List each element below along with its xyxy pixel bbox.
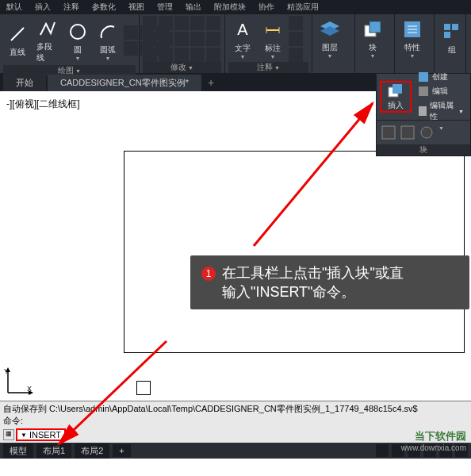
- ribbon-tab-bar: 默认 插入 注释 参数化 视图 管理 输出 附加模块 协作 精选应用: [0, 0, 471, 14]
- cmd-history-line: 自动保存到 C:\Users\admin\AppData\Local\Temp\…: [3, 403, 468, 415]
- svg-rect-13: [444, 24, 450, 30]
- model-tab[interactable]: 模型: [3, 443, 33, 459]
- edit-attrib-item[interactable]: 编辑属性▼: [415, 98, 467, 124]
- array-icon[interactable]: [174, 48, 189, 62]
- properties-tool[interactable]: 特性▼: [398, 17, 427, 60]
- edit-block-item[interactable]: 编辑: [415, 84, 467, 98]
- svg-rect-28: [401, 126, 414, 139]
- drawing-square: [136, 381, 151, 395]
- align-icon[interactable]: [206, 48, 220, 62]
- ribbon-tab[interactable]: 附加模块: [208, 0, 252, 14]
- block-dropdown-panel: 插入 创建 编辑 编辑属性▼ ▼ 块: [376, 73, 471, 156]
- modify-group-label[interactable]: 修改: [143, 62, 221, 73]
- svg-rect-15: [444, 32, 450, 38]
- instruction-callout: 1 在工具栏上点击"插入块"或直 输入"INSERT"命令。: [190, 255, 469, 309]
- chamfer-icon[interactable]: [190, 32, 205, 46]
- group-tool[interactable]: 组: [438, 19, 466, 57]
- erase-icon[interactable]: [206, 16, 220, 30]
- move-icon[interactable]: [143, 16, 157, 30]
- polyline-tool[interactable]: 多段线: [33, 16, 62, 65]
- svg-rect-8: [370, 21, 381, 33]
- leader-icon[interactable]: [289, 16, 303, 30]
- drawing-rectangle: [124, 151, 465, 353]
- cloud-icon[interactable]: [289, 48, 303, 62]
- doc-tab-file[interactable]: CADDESIGNER_CN零件图实例*: [48, 75, 201, 91]
- svg-rect-26: [419, 106, 427, 116]
- battman-icon[interactable]: [419, 125, 434, 140]
- ribbon-tab[interactable]: 注释: [57, 0, 86, 14]
- fillet-icon[interactable]: [174, 32, 189, 46]
- block-panel-label: 块: [377, 144, 470, 155]
- layout1-tab[interactable]: 布局1: [36, 443, 71, 459]
- svg-line-0: [11, 28, 24, 40]
- hatch-icon[interactable]: [124, 41, 138, 56]
- cmd-input[interactable]: ▼ INSERT: [16, 428, 66, 441]
- watermark: 当下软件园 www.downxia.com: [401, 429, 466, 452]
- create-block-item[interactable]: 创建: [415, 70, 467, 84]
- layout2-tab[interactable]: 布局2: [75, 443, 109, 459]
- arc-tool[interactable]: 圆弧▼: [94, 19, 122, 63]
- cmd-history-prompt: 命令:: [3, 415, 468, 427]
- ribbon-tab[interactable]: 视图: [122, 0, 151, 14]
- annotate-group-label[interactable]: 注释: [228, 62, 308, 73]
- ribbon: 直线 多段线 圆▼ 圆弧▼ 绘图 修改 A文字▼ 标注▼: [0, 14, 471, 74]
- callout-text-1: 在工具栏上点击"插入块"或直: [222, 263, 404, 282]
- insert-block-button[interactable]: 插入: [380, 81, 412, 113]
- svg-rect-27: [382, 126, 395, 139]
- cmd-input-text: INSERT: [29, 430, 61, 440]
- circle-tool[interactable]: 圆▼: [63, 19, 92, 63]
- svg-rect-23: [392, 84, 402, 94]
- ribbon-tab[interactable]: 参数化: [86, 0, 122, 14]
- attdef-icon[interactable]: [381, 125, 396, 140]
- ribbon-tab[interactable]: 输出: [179, 0, 208, 14]
- text-tool[interactable]: A文字▼: [228, 17, 257, 61]
- view-control-label[interactable]: -][俯视][二维线框]: [6, 98, 80, 111]
- ribbon-tab[interactable]: 协作: [252, 0, 281, 14]
- copy-icon[interactable]: [143, 32, 157, 46]
- line-tool[interactable]: 直线: [3, 21, 32, 60]
- svg-text:Y: Y: [4, 367, 9, 375]
- svg-point-29: [421, 127, 432, 138]
- attsync-icon[interactable]: [400, 125, 415, 140]
- block-tool[interactable]: 块▼: [358, 17, 387, 60]
- callout-text-2: 输入"INSERT"命令。: [222, 282, 404, 301]
- ribbon-tab[interactable]: 精选应用: [281, 0, 325, 14]
- ucs-icon: YX: [3, 366, 35, 397]
- new-tab-button[interactable]: +: [208, 76, 214, 89]
- offset-icon[interactable]: [190, 48, 205, 62]
- scale-icon[interactable]: [159, 48, 173, 62]
- svg-rect-14: [452, 24, 458, 30]
- callout-number: 1: [201, 267, 216, 281]
- rect-icon[interactable]: [124, 25, 138, 40]
- doc-tab-start[interactable]: 开始: [3, 75, 46, 91]
- dimension-tool[interactable]: 标注▼: [258, 17, 287, 61]
- annotate-more[interactable]: [289, 16, 303, 62]
- svg-point-1: [71, 25, 85, 39]
- extend-icon[interactable]: [190, 16, 205, 30]
- stretch-icon[interactable]: [143, 48, 157, 62]
- cmd-menu-icon[interactable]: ▦: [3, 429, 14, 440]
- add-layout-button[interactable]: +: [113, 444, 130, 457]
- layers-tool[interactable]: 图层▼: [316, 17, 344, 60]
- svg-rect-25: [419, 86, 428, 96]
- ribbon-tab[interactable]: 管理: [151, 0, 179, 14]
- ribbon-tab[interactable]: 默认: [0, 0, 29, 14]
- mirror-icon[interactable]: [159, 32, 173, 46]
- svg-text:X: X: [27, 385, 32, 393]
- explode-icon[interactable]: [206, 32, 220, 46]
- svg-rect-24: [419, 72, 428, 82]
- status-icon[interactable]: [376, 444, 389, 457]
- rotate-icon[interactable]: [159, 16, 173, 30]
- modify-icons[interactable]: [143, 16, 220, 62]
- table-icon[interactable]: [289, 32, 303, 46]
- ribbon-tab[interactable]: 插入: [29, 0, 57, 14]
- trim-icon[interactable]: [174, 16, 189, 30]
